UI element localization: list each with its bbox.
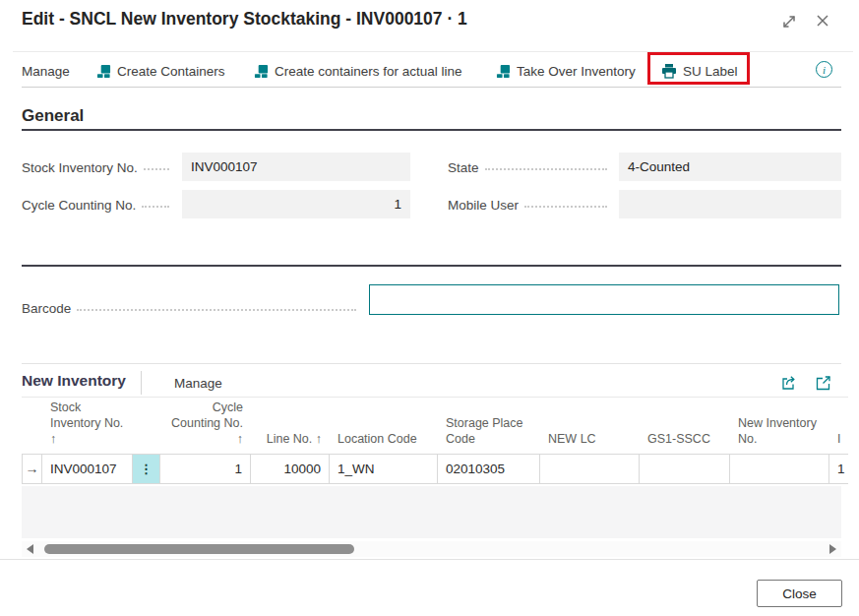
state-field[interactable]: 4-Counted — [619, 153, 841, 181]
cell-clipped[interactable]: 1 — [829, 455, 848, 483]
current-row-arrow-icon: → — [22, 455, 42, 483]
table-header-row: Stock Inventory No. ↑ Cycle Counting No.… — [22, 397, 848, 454]
section-divider — [22, 265, 841, 267]
cell-location-code[interactable]: 1_WN — [330, 455, 438, 483]
dialog-title: Edit - SNCL New Inventory Stocktaking - … — [22, 9, 467, 30]
containers-icon — [96, 64, 111, 79]
cell-gs1-sscc[interactable] — [640, 455, 730, 483]
column-header-line-no[interactable]: Line No. ↑ — [251, 431, 330, 454]
printer-icon — [661, 63, 677, 79]
dotted-leader — [142, 206, 169, 208]
general-heading: General — [22, 106, 84, 126]
stock-inventory-no-label: Stock Inventory No. — [22, 155, 175, 175]
cycle-counting-no-label: Cycle Counting No. — [22, 193, 175, 213]
dotted-leader — [524, 206, 607, 208]
mobile-user-label: Mobile User — [448, 193, 613, 213]
toolbar-su-label[interactable]: SU Label — [661, 61, 738, 81]
close-button[interactable]: Close — [757, 580, 842, 607]
column-header-cycle-counting-no[interactable]: Cycle Counting No. ↑ — [160, 400, 251, 454]
column-header — [22, 447, 42, 454]
dotted-leader — [144, 168, 169, 170]
cell-cycle-counting-no[interactable]: 1 — [160, 455, 251, 483]
dotted-leader — [77, 309, 356, 311]
toolbar-create-containers[interactable]: Create Containers — [96, 61, 225, 81]
scroll-right-icon[interactable] — [829, 544, 836, 554]
close-icon[interactable] — [814, 12, 831, 30]
scroll-left-icon[interactable] — [27, 544, 33, 554]
lines-table: Stock Inventory No. ↑ Cycle Counting No.… — [22, 397, 848, 487]
vertical-divider — [141, 371, 142, 395]
toolbar-create-containers-actual-line[interactable]: Create containers for actual line — [254, 61, 462, 81]
table-empty-area — [22, 486, 841, 538]
lines-manage-menu[interactable]: Manage — [174, 376, 222, 391]
edit-stocktaking-dialog: Edit - SNCL New Inventory Stocktaking - … — [0, 0, 859, 616]
table-row: → INV000107 ⋮ 1 10000 1_WN 02010305 1 — [22, 454, 848, 484]
cell-storage-place-code[interactable]: 02010305 — [438, 455, 540, 483]
cell-new-lc[interactable] — [540, 455, 640, 483]
open-in-new-window-icon[interactable] — [815, 374, 832, 392]
cell-new-inventory-no[interactable] — [730, 455, 829, 483]
divider — [13, 51, 853, 52]
info-icon[interactable]: i — [816, 61, 832, 78]
row-options-menu-icon[interactable]: ⋮ — [133, 455, 160, 483]
state-label: State — [448, 155, 613, 175]
lines-part-title: New Inventory — [22, 372, 126, 390]
cell-line-no[interactable]: 10000 — [251, 455, 330, 483]
stock-inventory-no-field[interactable]: INV000107 — [182, 153, 410, 181]
column-header-new-lc[interactable]: NEW LC — [540, 431, 640, 454]
column-header-gs1-sscc[interactable]: GS1-SSCC — [640, 431, 730, 454]
containers-icon — [254, 64, 269, 79]
cell-stock-inventory-no[interactable]: INV000107 — [42, 455, 133, 483]
barcode-input[interactable] — [369, 284, 839, 315]
divider — [22, 87, 841, 88]
column-header-location-code[interactable]: Location Code — [330, 431, 438, 454]
resize-diagonal-icon[interactable] — [780, 13, 798, 31]
column-header-stock-inventory-no[interactable]: Stock Inventory No. ↑ — [42, 400, 133, 454]
horizontal-scrollbar[interactable] — [22, 541, 841, 557]
toolbar-manage[interactable]: Manage — [22, 61, 70, 81]
cycle-counting-no-field[interactable]: 1 — [182, 190, 410, 218]
share-icon[interactable] — [780, 374, 798, 392]
column-header — [133, 447, 160, 454]
column-header-storage-place-code[interactable]: Storage Place Code — [438, 415, 540, 454]
scrollbar-thumb[interactable] — [44, 544, 354, 554]
dotted-leader — [485, 168, 607, 170]
part-top-border — [22, 363, 841, 364]
general-underline — [22, 129, 841, 131]
containers-icon — [496, 64, 511, 79]
mobile-user-field[interactable] — [619, 190, 841, 218]
column-header-new-inventory-no[interactable]: New Inventory No. — [730, 415, 829, 454]
barcode-label: Barcode — [22, 296, 362, 316]
toolbar-take-over-inventory[interactable]: Take Over Inventory — [496, 61, 636, 81]
column-header-clipped[interactable]: I — [829, 431, 848, 454]
footer-divider — [0, 559, 859, 560]
